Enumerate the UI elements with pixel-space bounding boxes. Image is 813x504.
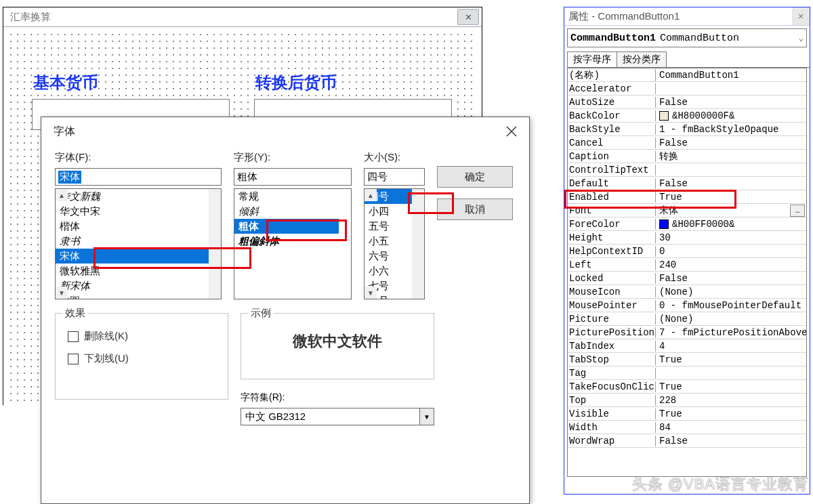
property-value[interactable]: (None) xyxy=(656,314,806,324)
ok-button[interactable]: 确定 xyxy=(437,166,513,188)
cancel-button[interactable]: 取消 xyxy=(437,198,513,220)
list-item[interactable]: 常规 xyxy=(234,189,339,204)
property-row[interactable]: (名称)CommandButton1 xyxy=(568,68,806,82)
size-input[interactable]: 四号 xyxy=(364,168,425,186)
property-row[interactable]: TabStopTrue xyxy=(568,353,806,366)
charset-combo[interactable]: 中文 GB2312 ▼ xyxy=(241,408,434,425)
userform-titlebar[interactable]: 汇率换算 ✕ xyxy=(3,7,482,27)
list-item[interactable]: 宋体 xyxy=(56,249,209,264)
property-value[interactable]: 转换 xyxy=(656,150,806,163)
scrollbar[interactable] xyxy=(412,189,424,299)
property-row[interactable]: EnabledTrue xyxy=(568,190,806,204)
font-dialog-close-button[interactable] xyxy=(506,126,517,137)
style-input[interactable]: 粗体 xyxy=(234,168,352,186)
property-row[interactable]: Width84 xyxy=(568,421,806,434)
property-row[interactable]: MouseIcon(None) xyxy=(568,285,806,299)
property-value[interactable]: &H00FF0000& xyxy=(656,219,806,230)
property-row[interactable]: Tag xyxy=(568,366,806,380)
property-row[interactable]: PicturePosition7 - fmPicturePositionAbov… xyxy=(568,326,806,339)
scrollbar[interactable] xyxy=(209,189,221,299)
property-value[interactable]: False xyxy=(656,273,806,284)
property-value[interactable]: 84 xyxy=(656,422,806,433)
scroll-down-icon[interactable]: ▼ xyxy=(364,287,377,299)
property-row[interactable]: Font宋体… xyxy=(568,204,806,217)
object-selector[interactable]: CommandButton1 CommandButton ⌄ xyxy=(567,28,807,47)
property-value[interactable]: CommandButton1 xyxy=(656,70,806,81)
underline-checkbox[interactable]: 下划线(U) xyxy=(68,352,218,365)
properties-titlebar[interactable]: 属性 - CommandButton1 × xyxy=(564,7,810,26)
property-value[interactable]: True xyxy=(656,408,806,419)
property-key: Caption xyxy=(568,151,656,162)
property-row[interactable]: AutoSizeFalse xyxy=(568,96,806,109)
property-value[interactable]: 0 - fmMousePointerDefault xyxy=(656,300,806,311)
list-item[interactable]: 六号 xyxy=(364,249,412,264)
font-listbox[interactable]: 华文新魏华文中宋楷体隶书宋体微软雅黑新宋体幼圆 ▲ ▼ xyxy=(55,188,222,299)
property-row[interactable]: BackStyle1 - fmBackStyleOpaque xyxy=(568,123,806,136)
property-row[interactable]: VisibleTrue xyxy=(568,407,806,421)
property-row[interactable]: Height30 xyxy=(568,231,806,245)
list-item[interactable]: 小六 xyxy=(364,264,412,278)
property-value[interactable]: 1 - fmBackStyleOpaque xyxy=(656,124,806,135)
property-value[interactable]: 30 xyxy=(656,232,806,243)
property-value[interactable]: 宋体… xyxy=(656,205,806,217)
property-row[interactable]: Top228 xyxy=(568,394,806,407)
properties-close-button[interactable]: × xyxy=(792,7,810,25)
property-value[interactable]: False xyxy=(656,178,806,189)
size-listbox[interactable]: 四号小四五号小五六号小六七号八号 ▲ ▼ xyxy=(364,188,425,299)
scroll-up-icon[interactable]: ▲ xyxy=(56,189,68,201)
ellipsis-button[interactable]: … xyxy=(790,205,805,217)
property-row[interactable]: Left240 xyxy=(568,258,806,272)
property-value[interactable]: False xyxy=(656,138,806,148)
list-item[interactable]: 幼圆 xyxy=(56,293,209,299)
property-row[interactable]: DefaultFalse xyxy=(568,177,806,190)
property-value[interactable]: &H8000000F& xyxy=(656,110,806,121)
list-item[interactable]: 新宋体 xyxy=(56,278,209,293)
strikethrough-checkbox[interactable]: 删除线(K) xyxy=(68,330,218,343)
property-value[interactable]: 228 xyxy=(656,395,806,406)
property-value[interactable]: True xyxy=(656,381,806,392)
list-item[interactable]: 楷体 xyxy=(56,219,209,234)
property-value[interactable]: False xyxy=(656,436,806,446)
property-row[interactable]: Caption转换 xyxy=(568,150,806,163)
userform-close-button[interactable]: ✕ xyxy=(457,9,479,25)
property-row[interactable]: ControlTipText xyxy=(568,163,806,177)
property-value[interactable]: 240 xyxy=(656,259,806,270)
list-item[interactable]: 微软雅黑 xyxy=(56,264,209,278)
property-value[interactable]: 0 xyxy=(656,246,806,257)
list-item[interactable]: 倾斜 xyxy=(234,204,339,219)
property-row[interactable]: TakeFocusOnClickTrue xyxy=(568,380,806,394)
property-value[interactable]: (None) xyxy=(656,287,806,297)
list-item[interactable]: 小四 xyxy=(364,204,412,219)
list-item[interactable]: 五号 xyxy=(364,219,412,234)
property-row[interactable]: LockedFalse xyxy=(568,272,806,285)
list-item[interactable]: 华文中宋 xyxy=(56,204,209,219)
property-row[interactable]: HelpContextID0 xyxy=(568,245,806,258)
property-row[interactable]: TabIndex4 xyxy=(568,339,806,353)
scroll-down-icon[interactable]: ▼ xyxy=(56,287,68,299)
list-item[interactable]: 粗偏斜体 xyxy=(234,234,339,249)
property-value[interactable]: 7 - fmPicturePositionAboveCenter xyxy=(656,327,806,338)
property-value[interactable]: False xyxy=(656,97,806,108)
property-row[interactable]: Picture(None) xyxy=(568,312,806,326)
list-item[interactable]: 粗体 xyxy=(234,219,339,234)
scroll-up-icon[interactable]: ▲ xyxy=(364,189,377,201)
list-item[interactable]: 华文新魏 xyxy=(56,189,209,204)
property-row[interactable]: Accelerator xyxy=(568,82,806,96)
property-value[interactable]: 4 xyxy=(656,341,806,352)
property-row[interactable]: BackColor&H8000000F& xyxy=(568,109,806,123)
property-value[interactable]: True xyxy=(656,192,806,203)
style-listbox[interactable]: 常规倾斜粗体粗偏斜体 xyxy=(234,188,352,299)
property-row[interactable]: MousePointer0 - fmMousePointerDefault xyxy=(568,299,806,312)
tab-categorized[interactable]: 按分类序 xyxy=(617,51,667,67)
property-row[interactable]: WordWrapFalse xyxy=(568,434,806,448)
property-row[interactable]: CancelFalse xyxy=(568,136,806,150)
property-row[interactable]: ForeColor&H00FF0000& xyxy=(568,217,806,231)
tab-alphabetic[interactable]: 按字母序 xyxy=(567,51,617,67)
font-input[interactable]: 宋体 xyxy=(55,168,222,186)
font-dialog-header[interactable]: 字体 xyxy=(41,117,529,146)
property-key: AutoSize xyxy=(568,97,656,108)
list-item[interactable]: 隶书 xyxy=(56,234,209,249)
property-value[interactable]: True xyxy=(656,354,806,365)
list-item[interactable]: 小五 xyxy=(364,234,412,249)
properties-grid[interactable]: (名称)CommandButton1AcceleratorAutoSizeFal… xyxy=(567,68,807,477)
